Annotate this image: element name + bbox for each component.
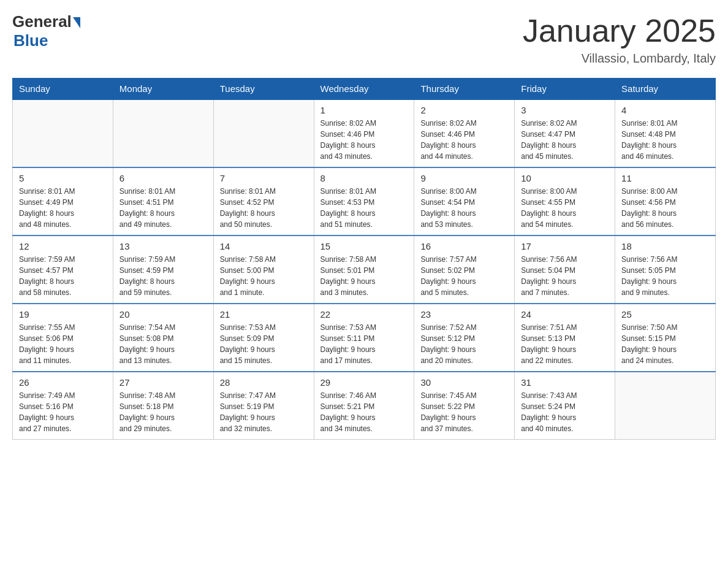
calendar-cell: 14Sunrise: 7:58 AMSunset: 5:00 PMDayligh… <box>213 236 314 304</box>
calendar-cell: 9Sunrise: 8:00 AMSunset: 4:54 PMDaylight… <box>414 167 515 236</box>
calendar-cell: 24Sunrise: 7:51 AMSunset: 5:13 PMDayligh… <box>515 304 615 372</box>
day-number: 28 <box>220 377 308 388</box>
day-info: Sunrise: 7:43 AMSunset: 5:24 PMDaylight:… <box>521 390 609 434</box>
logo-blue-label: Blue <box>13 31 48 50</box>
day-number: 9 <box>420 173 508 183</box>
calendar-cell: 10Sunrise: 8:00 AMSunset: 4:55 PMDayligh… <box>515 167 615 236</box>
calendar-cell: 12Sunrise: 7:59 AMSunset: 4:57 PMDayligh… <box>13 236 113 304</box>
weekday-header-sunday: Sunday <box>13 79 113 100</box>
day-number: 24 <box>521 309 609 320</box>
calendar-cell: 20Sunrise: 7:54 AMSunset: 5:08 PMDayligh… <box>113 304 213 372</box>
calendar-cell: 19Sunrise: 7:55 AMSunset: 5:06 PMDayligh… <box>13 304 113 372</box>
day-info: Sunrise: 8:02 AMSunset: 4:46 PMDaylight:… <box>320 118 408 162</box>
calendar-table: SundayMondayTuesdayWednesdayThursdayFrid… <box>12 78 716 440</box>
calendar-cell <box>13 99 113 167</box>
week-row-4: 19Sunrise: 7:55 AMSunset: 5:06 PMDayligh… <box>13 304 716 372</box>
day-info: Sunrise: 7:45 AMSunset: 5:22 PMDaylight:… <box>420 390 508 434</box>
day-info: Sunrise: 8:01 AMSunset: 4:48 PMDaylight:… <box>621 118 709 162</box>
calendar-cell: 16Sunrise: 7:57 AMSunset: 5:02 PMDayligh… <box>414 236 515 304</box>
calendar-cell: 25Sunrise: 7:50 AMSunset: 5:15 PMDayligh… <box>615 304 716 372</box>
week-row-5: 26Sunrise: 7:49 AMSunset: 5:16 PMDayligh… <box>13 372 716 440</box>
day-number: 20 <box>119 309 207 320</box>
location-text: Villassio, Lombardy, Italy <box>523 52 716 66</box>
day-info: Sunrise: 8:01 AMSunset: 4:49 PMDaylight:… <box>19 186 107 230</box>
day-number: 18 <box>621 241 709 251</box>
day-number: 29 <box>320 377 408 388</box>
day-number: 30 <box>420 377 508 388</box>
day-number: 14 <box>220 241 308 251</box>
day-number: 21 <box>220 309 308 320</box>
calendar-cell: 21Sunrise: 7:53 AMSunset: 5:09 PMDayligh… <box>213 304 314 372</box>
calendar-cell: 17Sunrise: 7:56 AMSunset: 5:04 PMDayligh… <box>515 236 615 304</box>
calendar-cell: 6Sunrise: 8:01 AMSunset: 4:51 PMDaylight… <box>113 167 213 236</box>
day-number: 5 <box>19 173 107 183</box>
calendar-cell <box>113 99 213 167</box>
logo-blue-text: Blue <box>12 31 48 50</box>
day-info: Sunrise: 7:59 AMSunset: 4:57 PMDaylight:… <box>19 254 107 298</box>
day-info: Sunrise: 7:49 AMSunset: 5:16 PMDaylight:… <box>19 390 107 434</box>
calendar-cell: 22Sunrise: 7:53 AMSunset: 5:11 PMDayligh… <box>314 304 414 372</box>
calendar-cell: 1Sunrise: 8:02 AMSunset: 4:46 PMDaylight… <box>314 99 414 167</box>
weekday-header-saturday: Saturday <box>615 79 716 100</box>
week-row-3: 12Sunrise: 7:59 AMSunset: 4:57 PMDayligh… <box>13 236 716 304</box>
day-info: Sunrise: 8:00 AMSunset: 4:54 PMDaylight:… <box>420 186 508 230</box>
day-info: Sunrise: 7:58 AMSunset: 5:00 PMDaylight:… <box>220 254 308 298</box>
page-header: General Blue January 2025 Villassio, Lom… <box>12 12 716 66</box>
day-info: Sunrise: 8:02 AMSunset: 4:46 PMDaylight:… <box>420 118 508 162</box>
day-number: 26 <box>19 377 107 388</box>
day-info: Sunrise: 8:00 AMSunset: 4:56 PMDaylight:… <box>621 186 709 230</box>
calendar-cell: 29Sunrise: 7:46 AMSunset: 5:21 PMDayligh… <box>314 372 414 440</box>
day-number: 4 <box>621 105 709 115</box>
day-number: 13 <box>119 241 207 251</box>
day-info: Sunrise: 7:59 AMSunset: 4:59 PMDaylight:… <box>119 254 207 298</box>
calendar-cell: 11Sunrise: 8:00 AMSunset: 4:56 PMDayligh… <box>615 167 716 236</box>
day-number: 15 <box>320 241 408 251</box>
calendar-cell: 23Sunrise: 7:52 AMSunset: 5:12 PMDayligh… <box>414 304 515 372</box>
weekday-header-friday: Friday <box>515 79 615 100</box>
week-row-1: 1Sunrise: 8:02 AMSunset: 4:46 PMDaylight… <box>13 99 716 167</box>
weekday-header-wednesday: Wednesday <box>314 79 414 100</box>
day-number: 1 <box>320 105 408 115</box>
day-info: Sunrise: 7:47 AMSunset: 5:19 PMDaylight:… <box>220 390 308 434</box>
title-area: January 2025 Villassio, Lombardy, Italy <box>523 12 716 66</box>
calendar-cell <box>615 372 716 440</box>
day-info: Sunrise: 7:53 AMSunset: 5:09 PMDaylight:… <box>220 322 308 366</box>
day-number: 7 <box>220 173 308 183</box>
day-info: Sunrise: 7:58 AMSunset: 5:01 PMDaylight:… <box>320 254 408 298</box>
logo-triangle-icon <box>73 17 80 28</box>
day-info: Sunrise: 7:56 AMSunset: 5:04 PMDaylight:… <box>521 254 609 298</box>
day-number: 23 <box>420 309 508 320</box>
day-number: 22 <box>320 309 408 320</box>
day-info: Sunrise: 8:01 AMSunset: 4:52 PMDaylight:… <box>220 186 308 230</box>
day-info: Sunrise: 8:02 AMSunset: 4:47 PMDaylight:… <box>521 118 609 162</box>
day-info: Sunrise: 8:00 AMSunset: 4:55 PMDaylight:… <box>521 186 609 230</box>
logo: General Blue <box>12 12 80 50</box>
calendar-cell: 26Sunrise: 7:49 AMSunset: 5:16 PMDayligh… <box>13 372 113 440</box>
calendar-cell: 18Sunrise: 7:56 AMSunset: 5:05 PMDayligh… <box>615 236 716 304</box>
calendar-cell: 31Sunrise: 7:43 AMSunset: 5:24 PMDayligh… <box>515 372 615 440</box>
weekday-header-thursday: Thursday <box>414 79 515 100</box>
day-info: Sunrise: 7:55 AMSunset: 5:06 PMDaylight:… <box>19 322 107 366</box>
day-number: 10 <box>521 173 609 183</box>
day-number: 11 <box>621 173 709 183</box>
calendar-cell: 30Sunrise: 7:45 AMSunset: 5:22 PMDayligh… <box>414 372 515 440</box>
day-info: Sunrise: 7:51 AMSunset: 5:13 PMDaylight:… <box>521 322 609 366</box>
weekday-header-monday: Monday <box>113 79 213 100</box>
day-number: 8 <box>320 173 408 183</box>
calendar-cell: 2Sunrise: 8:02 AMSunset: 4:46 PMDaylight… <box>414 99 515 167</box>
day-info: Sunrise: 7:48 AMSunset: 5:18 PMDaylight:… <box>119 390 207 434</box>
calendar-cell: 5Sunrise: 8:01 AMSunset: 4:49 PMDaylight… <box>13 167 113 236</box>
logo-text: General <box>12 12 80 31</box>
calendar-cell <box>213 99 314 167</box>
calendar-cell: 7Sunrise: 8:01 AMSunset: 4:52 PMDaylight… <box>213 167 314 236</box>
day-info: Sunrise: 7:46 AMSunset: 5:21 PMDaylight:… <box>320 390 408 434</box>
weekday-header-row: SundayMondayTuesdayWednesdayThursdayFrid… <box>13 79 716 100</box>
logo-general-text: General <box>12 12 72 31</box>
day-number: 27 <box>119 377 207 388</box>
day-info: Sunrise: 7:53 AMSunset: 5:11 PMDaylight:… <box>320 322 408 366</box>
day-info: Sunrise: 7:57 AMSunset: 5:02 PMDaylight:… <box>420 254 508 298</box>
calendar-cell: 3Sunrise: 8:02 AMSunset: 4:47 PMDaylight… <box>515 99 615 167</box>
calendar-cell: 28Sunrise: 7:47 AMSunset: 5:19 PMDayligh… <box>213 372 314 440</box>
day-info: Sunrise: 7:52 AMSunset: 5:12 PMDaylight:… <box>420 322 508 366</box>
day-number: 25 <box>621 309 709 320</box>
